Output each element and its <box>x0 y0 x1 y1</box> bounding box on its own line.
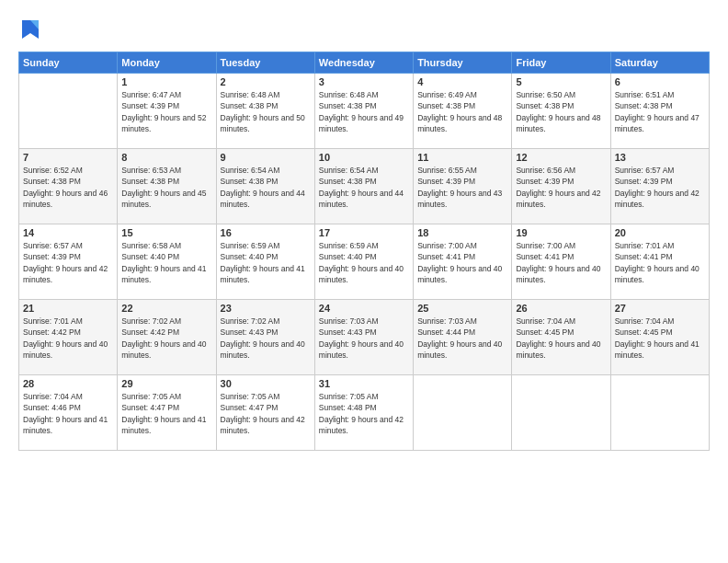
cell-info: Sunrise: 6:54 AMSunset: 4:38 PMDaylight:… <box>319 165 409 210</box>
cell-1-6: 13Sunrise: 6:57 AMSunset: 4:39 PMDayligh… <box>610 149 709 224</box>
week-row-0: 1Sunrise: 6:47 AMSunset: 4:39 PMDaylight… <box>19 74 710 149</box>
cell-3-4: 25Sunrise: 7:03 AMSunset: 4:44 PMDayligh… <box>414 300 512 375</box>
day-number: 21 <box>23 303 113 314</box>
day-number: 9 <box>221 152 311 163</box>
col-header-monday: Monday <box>118 52 216 74</box>
day-number: 5 <box>516 76 606 87</box>
cell-1-4: 11Sunrise: 6:55 AMSunset: 4:39 PMDayligh… <box>414 149 512 224</box>
day-number: 3 <box>319 76 409 87</box>
cell-0-4: 4Sunrise: 6:49 AMSunset: 4:38 PMDaylight… <box>414 74 512 149</box>
col-header-thursday: Thursday <box>414 52 512 74</box>
day-number: 19 <box>516 227 606 238</box>
cell-info: Sunrise: 7:00 AMSunset: 4:41 PMDaylight:… <box>516 240 606 285</box>
cell-4-4 <box>414 375 512 451</box>
cell-info: Sunrise: 6:52 AMSunset: 4:38 PMDaylight:… <box>23 165 113 210</box>
cell-info: Sunrise: 7:04 AMSunset: 4:46 PMDaylight:… <box>23 391 113 436</box>
day-number: 24 <box>319 303 409 314</box>
day-number: 31 <box>319 378 409 389</box>
cell-info: Sunrise: 7:01 AMSunset: 4:42 PMDaylight:… <box>23 316 113 361</box>
header <box>18 17 710 42</box>
cell-info: Sunrise: 7:02 AMSunset: 4:43 PMDaylight:… <box>221 316 311 361</box>
day-number: 22 <box>121 303 211 314</box>
cell-info: Sunrise: 6:51 AMSunset: 4:38 PMDaylight:… <box>615 89 705 134</box>
cell-info: Sunrise: 7:05 AMSunset: 4:47 PMDaylight:… <box>121 391 211 436</box>
col-header-wednesday: Wednesday <box>314 52 413 74</box>
cell-3-5: 26Sunrise: 7:04 AMSunset: 4:45 PMDayligh… <box>512 300 610 375</box>
cell-1-3: 10Sunrise: 6:54 AMSunset: 4:38 PMDayligh… <box>314 149 413 224</box>
cell-info: Sunrise: 6:59 AMSunset: 4:40 PMDaylight:… <box>221 240 311 285</box>
cell-info: Sunrise: 7:02 AMSunset: 4:42 PMDaylight:… <box>121 316 211 361</box>
cell-3-2: 23Sunrise: 7:02 AMSunset: 4:43 PMDayligh… <box>216 300 314 375</box>
day-number: 28 <box>23 378 113 389</box>
cell-info: Sunrise: 6:59 AMSunset: 4:40 PMDaylight:… <box>319 240 409 285</box>
cell-0-1: 1Sunrise: 6:47 AMSunset: 4:39 PMDaylight… <box>118 74 216 149</box>
cell-1-0: 7Sunrise: 6:52 AMSunset: 4:38 PMDaylight… <box>19 149 118 224</box>
cell-3-0: 21Sunrise: 7:01 AMSunset: 4:42 PMDayligh… <box>19 300 118 375</box>
cell-info: Sunrise: 7:04 AMSunset: 4:45 PMDaylight:… <box>516 316 606 361</box>
cell-info: Sunrise: 6:57 AMSunset: 4:39 PMDaylight:… <box>23 240 113 285</box>
cell-info: Sunrise: 6:54 AMSunset: 4:38 PMDaylight:… <box>221 165 311 210</box>
cell-info: Sunrise: 7:05 AMSunset: 4:48 PMDaylight:… <box>319 391 409 436</box>
day-number: 20 <box>615 227 705 238</box>
day-number: 30 <box>221 378 311 389</box>
cell-info: Sunrise: 7:04 AMSunset: 4:45 PMDaylight:… <box>615 316 705 361</box>
cell-info: Sunrise: 6:55 AMSunset: 4:39 PMDaylight:… <box>417 165 507 210</box>
cell-1-1: 8Sunrise: 6:53 AMSunset: 4:38 PMDaylight… <box>118 149 216 224</box>
cell-4-0: 28Sunrise: 7:04 AMSunset: 4:46 PMDayligh… <box>19 375 118 451</box>
cell-info: Sunrise: 7:05 AMSunset: 4:47 PMDaylight:… <box>221 391 311 436</box>
day-number: 2 <box>221 76 311 87</box>
day-number: 25 <box>417 303 507 314</box>
day-number: 11 <box>417 152 507 163</box>
cell-info: Sunrise: 7:03 AMSunset: 4:43 PMDaylight:… <box>319 316 409 361</box>
cell-info: Sunrise: 7:01 AMSunset: 4:41 PMDaylight:… <box>615 240 705 285</box>
day-number: 17 <box>319 227 409 238</box>
day-number: 16 <box>221 227 311 238</box>
cell-2-1: 15Sunrise: 6:58 AMSunset: 4:40 PMDayligh… <box>118 224 216 300</box>
cell-info: Sunrise: 6:56 AMSunset: 4:39 PMDaylight:… <box>516 165 606 210</box>
col-header-friday: Friday <box>512 52 610 74</box>
day-number: 14 <box>23 227 113 238</box>
logo-icon <box>20 17 40 42</box>
day-number: 23 <box>221 303 311 314</box>
day-number: 15 <box>121 227 211 238</box>
cell-4-1: 29Sunrise: 7:05 AMSunset: 4:47 PMDayligh… <box>118 375 216 451</box>
cell-2-0: 14Sunrise: 6:57 AMSunset: 4:39 PMDayligh… <box>19 224 118 300</box>
day-number: 1 <box>121 76 211 87</box>
cell-2-3: 17Sunrise: 6:59 AMSunset: 4:40 PMDayligh… <box>314 224 413 300</box>
header-row: SundayMondayTuesdayWednesdayThursdayFrid… <box>19 52 710 74</box>
page: SundayMondayTuesdayWednesdayThursdayFrid… <box>0 0 728 563</box>
col-header-saturday: Saturday <box>610 52 709 74</box>
cell-0-0 <box>19 74 118 149</box>
cell-0-5: 5Sunrise: 6:50 AMSunset: 4:38 PMDaylight… <box>512 74 610 149</box>
col-header-tuesday: Tuesday <box>216 52 314 74</box>
week-row-3: 21Sunrise: 7:01 AMSunset: 4:42 PMDayligh… <box>19 300 710 375</box>
cell-3-3: 24Sunrise: 7:03 AMSunset: 4:43 PMDayligh… <box>314 300 413 375</box>
day-number: 18 <box>417 227 507 238</box>
day-number: 13 <box>615 152 705 163</box>
cell-2-6: 20Sunrise: 7:01 AMSunset: 4:41 PMDayligh… <box>610 224 709 300</box>
cell-1-2: 9Sunrise: 6:54 AMSunset: 4:38 PMDaylight… <box>216 149 314 224</box>
day-number: 7 <box>23 152 113 163</box>
day-number: 8 <box>121 152 211 163</box>
cell-info: Sunrise: 6:47 AMSunset: 4:39 PMDaylight:… <box>121 89 211 134</box>
col-header-sunday: Sunday <box>19 52 118 74</box>
cell-4-5 <box>512 375 610 451</box>
cell-4-3: 31Sunrise: 7:05 AMSunset: 4:48 PMDayligh… <box>314 375 413 451</box>
day-number: 26 <box>516 303 606 314</box>
day-number: 29 <box>121 378 211 389</box>
cell-info: Sunrise: 7:03 AMSunset: 4:44 PMDaylight:… <box>417 316 507 361</box>
week-row-1: 7Sunrise: 6:52 AMSunset: 4:38 PMDaylight… <box>19 149 710 224</box>
cell-1-5: 12Sunrise: 6:56 AMSunset: 4:39 PMDayligh… <box>512 149 610 224</box>
cell-3-6: 27Sunrise: 7:04 AMSunset: 4:45 PMDayligh… <box>610 300 709 375</box>
cell-4-6 <box>610 375 709 451</box>
calendar-table: SundayMondayTuesdayWednesdayThursdayFrid… <box>18 52 710 451</box>
cell-4-2: 30Sunrise: 7:05 AMSunset: 4:47 PMDayligh… <box>216 375 314 451</box>
cell-2-4: 18Sunrise: 7:00 AMSunset: 4:41 PMDayligh… <box>414 224 512 300</box>
day-number: 6 <box>615 76 705 87</box>
cell-3-1: 22Sunrise: 7:02 AMSunset: 4:42 PMDayligh… <box>118 300 216 375</box>
cell-0-6: 6Sunrise: 6:51 AMSunset: 4:38 PMDaylight… <box>610 74 709 149</box>
cell-info: Sunrise: 6:57 AMSunset: 4:39 PMDaylight:… <box>615 165 705 210</box>
cell-info: Sunrise: 7:00 AMSunset: 4:41 PMDaylight:… <box>417 240 507 285</box>
day-number: 27 <box>615 303 705 314</box>
cell-info: Sunrise: 6:53 AMSunset: 4:38 PMDaylight:… <box>121 165 211 210</box>
